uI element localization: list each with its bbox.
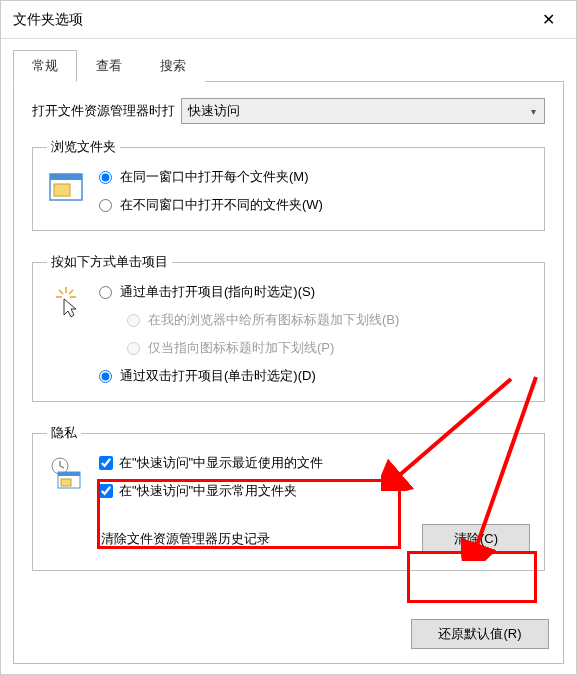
radio-underline-point-label: 仅当指向图标标题时加下划线(P) [148,339,334,357]
click-items-group: 按如下方式单击项目 [32,253,545,402]
radio-double-click[interactable]: 通过双击打开项目(单击时选定)(D) [99,367,399,385]
open-with-label: 打开文件资源管理器时打 [32,102,175,120]
check-frequent-folders-label: 在"快速访问"中显示常用文件夹 [119,482,297,500]
privacy-group: 隐私 [32,424,545,571]
tab-view[interactable]: 查看 [77,50,141,82]
svg-rect-1 [50,174,82,180]
svg-line-6 [59,290,63,294]
radio-double-click-label: 通过双击打开项目(单击时选定)(D) [120,367,316,385]
radio-single-click[interactable]: 通过单击打开项目(指向时选定)(S) [99,283,399,301]
radio-diff-window[interactable]: 在不同窗口中打开不同的文件夹(W) [99,196,323,214]
open-with-select[interactable]: 快速访问 ▾ [181,98,545,124]
folder-window-icon [48,170,84,206]
svg-rect-12 [58,472,80,476]
radio-underline-point: 仅当指向图标标题时加下划线(P) [127,339,399,357]
check-recent-files-label: 在"快速访问"中显示最近使用的文件 [119,454,323,472]
svg-rect-2 [54,184,70,196]
check-frequent-folders-input[interactable] [99,484,113,498]
browse-legend: 浏览文件夹 [47,138,120,156]
check-recent-files[interactable]: 在"快速访问"中显示最近使用的文件 [99,454,530,472]
close-icon: ✕ [542,10,555,29]
clear-history-label: 清除文件资源管理器历史记录 [101,530,422,548]
privacy-legend: 隐私 [47,424,81,442]
tab-general[interactable]: 常规 [13,50,77,82]
cursor-click-icon [48,285,84,321]
check-recent-files-input[interactable] [99,456,113,470]
titlebar: 文件夹选项 ✕ [1,1,576,39]
tab-panel-general: 打开文件资源管理器时打 快速访问 ▾ 浏览文件夹 [13,81,564,664]
radio-underline-all: 在我的浏览器中给所有图标标题加下划线(B) [127,311,399,329]
restore-defaults-button[interactable]: 还原默认值(R) [411,619,549,649]
svg-line-7 [69,290,73,294]
tab-search[interactable]: 搜索 [141,50,205,82]
window-title: 文件夹选项 [13,11,526,29]
radio-underline-all-label: 在我的浏览器中给所有图标标题加下划线(B) [148,311,399,329]
click-legend: 按如下方式单击项目 [47,253,172,271]
radio-underline-all-input [127,314,140,327]
radio-same-window[interactable]: 在同一窗口中打开每个文件夹(M) [99,168,323,186]
close-button[interactable]: ✕ [526,5,570,35]
radio-same-window-label: 在同一窗口中打开每个文件夹(M) [120,168,309,186]
radio-same-window-input[interactable] [99,171,112,184]
radio-diff-window-input[interactable] [99,199,112,212]
radio-single-click-input[interactable] [99,286,112,299]
check-frequent-folders[interactable]: 在"快速访问"中显示常用文件夹 [99,482,530,500]
radio-diff-window-label: 在不同窗口中打开不同的文件夹(W) [120,196,323,214]
chevron-down-icon: ▾ [531,106,536,117]
svg-rect-13 [61,479,71,486]
tabstrip: 常规 查看 搜索 [13,50,564,82]
radio-double-click-input[interactable] [99,370,112,383]
open-with-value: 快速访问 [188,102,240,120]
history-clock-icon [48,456,84,492]
clear-button[interactable]: 清除(C) [422,524,530,554]
radio-single-click-label: 通过单击打开项目(指向时选定)(S) [120,283,315,301]
radio-underline-point-input [127,342,140,355]
browse-folders-group: 浏览文件夹 在同一窗口中打开每个文件夹(M) [32,138,545,231]
